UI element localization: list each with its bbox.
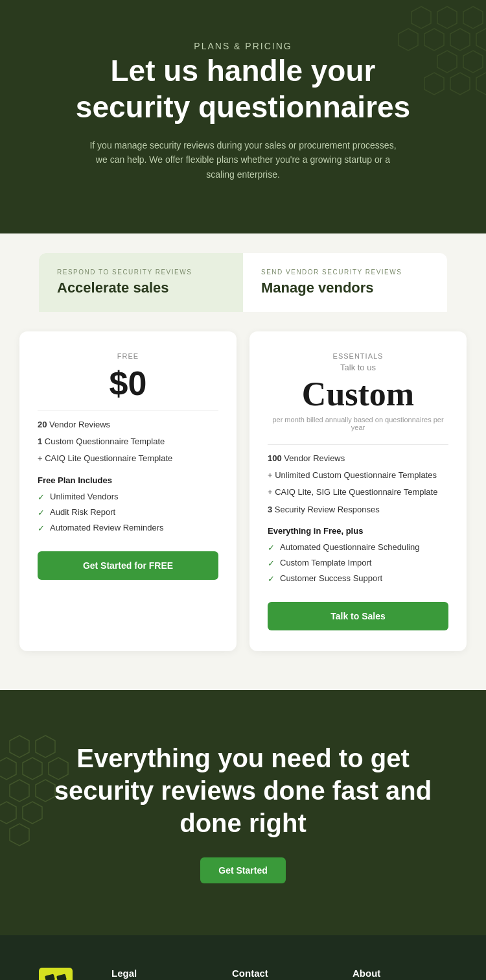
tab-0-label: RESPOND TO SECURITY REVIEWS: [57, 269, 225, 276]
tabs-container: RESPOND TO SECURITY REVIEWS Accelerate s…: [0, 233, 486, 312]
essentials-feature-3: 3 Security Review Responses: [268, 504, 448, 516]
check-icon-2: ✓: [38, 523, 45, 533]
cta-pattern-left: [0, 729, 84, 859]
footer-contact-col: Contact Email us Support: [232, 968, 327, 980]
free-check-1: ✓ Audit Risk Report: [38, 507, 218, 518]
tab-0-title: Accelerate sales: [57, 280, 225, 296]
footer-contact-title: Contact: [232, 968, 327, 979]
free-section-title: Free Plan Includes: [38, 475, 218, 485]
cta-title: Everything you need to get security revi…: [52, 742, 434, 839]
plan-tabs: RESPOND TO SECURITY REVIEWS Accelerate s…: [39, 253, 447, 312]
check-icon-e2: ✓: [268, 574, 275, 584]
essentials-check-1: ✓ Custom Template Import: [268, 558, 448, 568]
footer-logo: [39, 968, 73, 980]
essentials-plan-card: ESSENTIALS Talk to us Custom per month b…: [249, 331, 467, 651]
footer-legal-col: Legal Privacy Policy: [111, 968, 206, 980]
check-icon-1: ✓: [38, 508, 45, 518]
tab-manage-vendors[interactable]: SEND VENDOR SECURITY REVIEWS Manage vend…: [243, 253, 447, 312]
essentials-talk-label: Talk to us: [268, 363, 448, 372]
free-feature-1: 1 Custom Questionnaire Template: [38, 436, 218, 448]
hero-description: If you manage security reviews during yo…: [87, 138, 399, 182]
essentials-price: Custom: [268, 375, 448, 413]
free-price: $0: [38, 364, 218, 403]
free-feature-2: + CAIQ Lite Questionnaire Template: [38, 453, 218, 464]
svg-rect-1: [56, 974, 67, 980]
tab-1-label: SEND VENDOR SECURITY REVIEWS: [261, 269, 429, 276]
logo-mark: [39, 968, 73, 980]
essentials-check-0: ✓ Automated Questionnaire Scheduling: [268, 542, 448, 553]
pricing-section: FREE $0 20 Vendor Reviews 1 Custom Quest…: [0, 312, 486, 690]
check-icon-e1: ✓: [268, 558, 275, 568]
free-cta-button[interactable]: Get Started for FREE: [38, 551, 218, 580]
cta-banner-button[interactable]: Get Started: [200, 857, 285, 883]
footer-about-title: About: [353, 968, 447, 979]
essentials-section-title: Everything in Free, plus: [268, 526, 448, 536]
tab-1-title: Manage vendors: [261, 280, 429, 296]
pricing-cards: FREE $0 20 Vendor Reviews 1 Custom Quest…: [19, 331, 467, 651]
footer: Legal Privacy Policy Contact Email us Su…: [0, 935, 486, 980]
essentials-price-note: per month billed annually based on quest…: [268, 416, 448, 431]
essentials-feature-1: + Unlimited Custom Questionnaire Templat…: [268, 470, 448, 481]
free-tier-label: FREE: [38, 352, 218, 360]
essentials-feature-2: + CAIQ Lite, SIG Lite Questionnaire Temp…: [268, 486, 448, 498]
free-plan-card: FREE $0 20 Vendor Reviews 1 Custom Quest…: [19, 331, 237, 651]
footer-about-col: About Company 𝕏 in: [353, 968, 447, 980]
essentials-cta-button[interactable]: Talk to Sales: [268, 602, 448, 630]
hero-pattern: [279, 0, 486, 130]
footer-legal-title: Legal: [111, 968, 206, 979]
free-feature-0: 20 Vendor Reviews: [38, 419, 218, 431]
tab-accelerate-sales[interactable]: RESPOND TO SECURITY REVIEWS Accelerate s…: [39, 253, 243, 312]
free-check-0: ✓ Unlimited Vendors: [38, 492, 218, 502]
essentials-check-2: ✓ Customer Success Support: [268, 573, 448, 584]
cta-banner-section: Everything you need to get security revi…: [0, 690, 486, 935]
check-icon-0: ✓: [38, 492, 45, 502]
hero-section: PLANS & PRICING Let us handle your secur…: [0, 0, 486, 233]
check-icon-e0: ✓: [268, 543, 275, 553]
free-check-2: ✓ Automated Review Reminders: [38, 523, 218, 533]
essentials-tier-label: ESSENTIALS: [268, 352, 448, 360]
logo-icon: [44, 971, 67, 980]
essentials-feature-0: 100 Vendor Reviews: [268, 453, 448, 464]
svg-rect-0: [45, 974, 55, 980]
